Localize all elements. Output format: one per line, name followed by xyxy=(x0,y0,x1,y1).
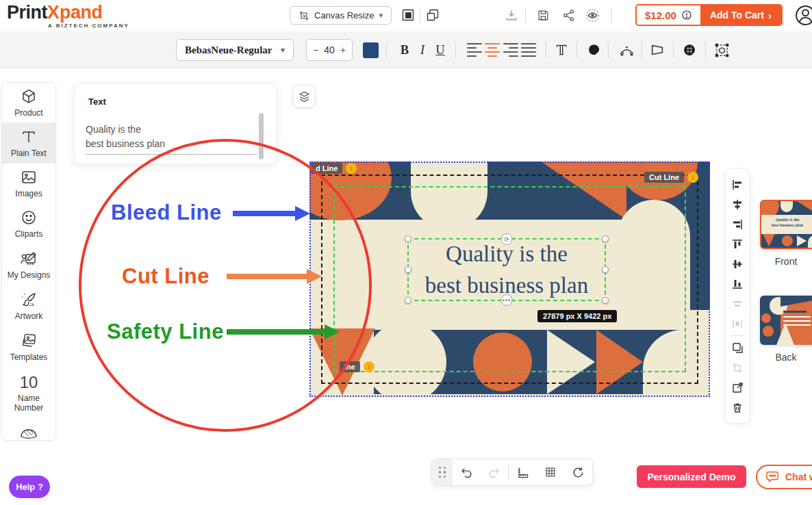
align-object-bottom-button[interactable] xyxy=(727,274,748,294)
sidebar-item-name-number[interactable]: 10 Name Number xyxy=(2,367,55,419)
design-shape-cream-arch xyxy=(411,161,487,230)
align-justify-button[interactable] xyxy=(521,43,536,60)
text-input[interactable]: Quality is the best business plan xyxy=(86,122,257,155)
align-left-button[interactable] xyxy=(467,43,482,60)
sidebar-item-more[interactable] xyxy=(2,419,55,441)
italic-button[interactable]: I xyxy=(414,40,431,60)
align-center-button[interactable] xyxy=(485,43,500,60)
text-panel: Text Quality is the best business plan xyxy=(74,83,277,164)
back-page-thumbnail[interactable] xyxy=(760,296,812,345)
copy-layers-icon[interactable] xyxy=(425,8,440,23)
sidebar-item-product[interactable]: Product xyxy=(2,83,55,122)
resize-handle-se[interactable] xyxy=(602,297,609,304)
underline-button[interactable]: U xyxy=(431,40,449,60)
text-shadow-icon[interactable] xyxy=(586,41,602,59)
options-handle[interactable]: ••• xyxy=(501,294,513,306)
bleed-line-arrow xyxy=(233,211,296,216)
curve-text-icon[interactable] xyxy=(618,41,635,59)
sidebar-item-templates[interactable]: Templates xyxy=(2,326,55,367)
align-object-center-h-button[interactable] xyxy=(727,194,748,214)
crop-button[interactable] xyxy=(727,358,748,378)
resize-handle-nw[interactable] xyxy=(405,235,411,242)
resize-handle-sw[interactable] xyxy=(405,297,411,304)
chevron-down-icon: ▾ xyxy=(281,45,285,55)
duplicate-canvas-icon[interactable] xyxy=(401,8,416,23)
duplicate-object-button[interactable] xyxy=(727,338,748,358)
ruler-button[interactable] xyxy=(509,459,537,485)
resize-object-button[interactable] xyxy=(727,378,748,398)
pattern-fill-icon[interactable] xyxy=(681,41,698,59)
bleed-chip-label: d Line xyxy=(311,163,342,174)
text-outline-icon[interactable] xyxy=(553,41,570,59)
object-align-toolbar xyxy=(724,168,750,424)
download-icon[interactable] xyxy=(504,8,519,23)
redo-button[interactable] xyxy=(481,459,509,485)
brand-logo[interactable]: PrintXpand A BIZTECH COMPANY xyxy=(7,3,129,29)
design-canvas[interactable]: d Line i Cut Line i ine i Quality is the… xyxy=(309,161,710,397)
personalized-demo-button[interactable]: Personalized Demo xyxy=(637,465,746,488)
images-icon xyxy=(21,169,37,185)
align-right-button[interactable] xyxy=(503,43,518,60)
align-object-left-button[interactable] xyxy=(727,174,748,194)
distribute-vertical-button[interactable] xyxy=(727,313,748,333)
align-object-right-button[interactable] xyxy=(727,214,748,234)
share-icon[interactable] xyxy=(561,8,576,23)
distribute-horizontal-button[interactable] xyxy=(727,294,748,313)
info-icon[interactable]: i xyxy=(346,163,357,174)
delete-object-button[interactable] xyxy=(727,398,748,417)
font-size-value[interactable]: 40 xyxy=(324,44,335,55)
sidebar-item-artwork[interactable]: Artwork xyxy=(2,285,55,326)
sidebar-item-images[interactable]: Images xyxy=(2,164,55,203)
price-display: $12.00 xyxy=(637,5,700,25)
sidebar-item-my-designs[interactable]: My Designs xyxy=(2,244,55,285)
canvas-resize-icon xyxy=(299,10,309,21)
bleed-line-chip: d Line i xyxy=(311,163,357,174)
align-object-top-button[interactable] xyxy=(727,234,748,254)
align-object-center-v-button[interactable] xyxy=(727,254,748,274)
bold-button[interactable]: B xyxy=(396,40,414,60)
resize-handle-ne[interactable] xyxy=(602,235,609,242)
designer-app: PrintXpand A BIZTECH COMPANY Canvas Resi… xyxy=(0,0,812,505)
design-tile-2 xyxy=(464,330,595,394)
text-color-swatch[interactable] xyxy=(363,42,379,58)
layers-button[interactable] xyxy=(293,86,315,107)
sidebar-item-label: Plain Text xyxy=(11,148,47,158)
font-family-dropdown[interactable]: BebasNeue-Regular ▾ xyxy=(176,39,294,61)
chat-button[interactable]: Chat w xyxy=(756,465,812,489)
canvas-resize-label: Canvas Resize xyxy=(314,10,374,21)
save-icon[interactable] xyxy=(535,8,550,23)
sidebar-item-plain-text[interactable]: Plain Text xyxy=(2,122,55,164)
format-toolbar: BebasNeue-Regular ▾ − 40 + B I U xyxy=(0,31,812,68)
font-size-increase-button[interactable]: + xyxy=(340,44,346,55)
sidebar-item-label: Artwork xyxy=(15,311,43,321)
sidebar-item-label: Product xyxy=(14,108,42,118)
back-page-label: Back xyxy=(760,352,812,363)
resize-handle-e[interactable] xyxy=(602,266,609,273)
info-icon[interactable]: i xyxy=(364,361,375,372)
info-icon[interactable]: i xyxy=(687,172,698,183)
toolbar-drag-handle[interactable] xyxy=(432,459,453,485)
front-page-thumbnail[interactable]: Quality is thebest business plan xyxy=(760,200,812,249)
skew-shape-icon[interactable] xyxy=(649,41,665,59)
rotate-handle[interactable]: ⟳ xyxy=(501,233,513,245)
price-info-icon[interactable] xyxy=(681,10,692,21)
grid-button[interactable] xyxy=(537,459,565,485)
font-size-decrease-button[interactable]: − xyxy=(313,44,318,55)
chevron-right-icon: › xyxy=(768,10,772,21)
undo-button[interactable] xyxy=(453,459,481,485)
add-to-cart-button[interactable]: Add To Cart › xyxy=(700,5,781,25)
selection-frame-icon[interactable] xyxy=(713,41,730,59)
canvas-resize-dropdown[interactable]: Canvas Resize ▾ xyxy=(290,6,392,25)
panel-scrollbar[interactable] xyxy=(259,113,264,159)
preview-eye-icon[interactable] xyxy=(585,8,600,23)
cut-chip-label: Cut Line xyxy=(644,172,684,183)
sidebar-item-cliparts[interactable]: Cliparts xyxy=(2,203,55,244)
design-text[interactable]: Quality is the best business plan xyxy=(425,238,588,301)
top-header: PrintXpand A BIZTECH COMPANY Canvas Resi… xyxy=(0,0,812,31)
rotate-canvas-button[interactable] xyxy=(564,459,592,485)
selected-text-object[interactable]: Quality is the best business plan ⟳ ••• xyxy=(407,238,606,301)
account-avatar[interactable] xyxy=(795,5,812,26)
dimension-tooltip: 27879 px X 9422 px xyxy=(537,310,617,322)
resize-handle-w[interactable] xyxy=(405,266,411,273)
help-button[interactable]: Help ? xyxy=(9,476,50,498)
